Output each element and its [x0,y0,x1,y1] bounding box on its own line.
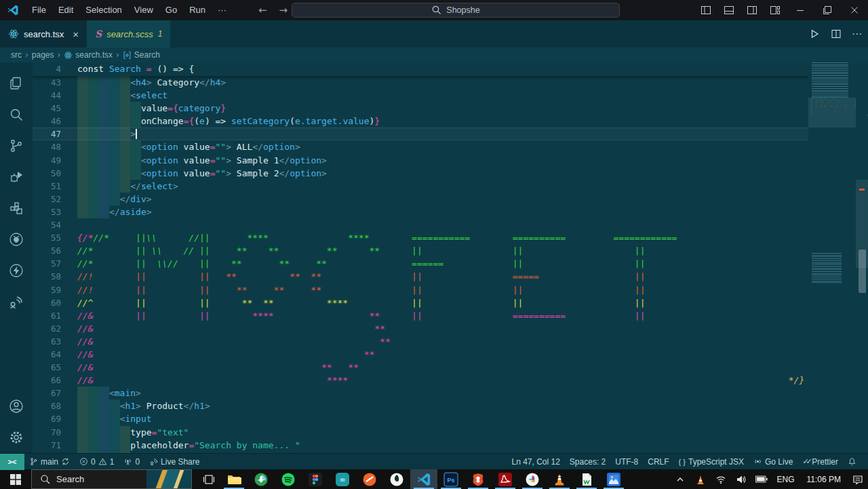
menu-[interactable]: ··· [212,0,233,20]
breadcrumb: src › pages › search.tsx › Search [0,47,868,62]
github-icon[interactable] [0,224,33,255]
notifications-bell-icon[interactable] [843,454,861,470]
live-share-icon[interactable] [0,286,33,317]
tray-battery-icon[interactable] [751,469,772,489]
split-editor-icon[interactable] [831,28,842,39]
indentation-status[interactable]: Spaces: 2 [565,454,610,470]
taskbar-app-orange-circle-app[interactable] [356,469,383,489]
line-number: 52 [33,193,76,206]
taskbar-app-vscode[interactable] [410,469,437,489]
tab-close-icon[interactable]: × [73,28,79,40]
code-line: 71 placeholder="Search by name... " [33,439,868,452]
search-highlight-image[interactable] [146,470,191,488]
ascii-art-line: //& **** */} [76,374,804,387]
taskbar-app-idm[interactable] [248,469,275,489]
breadcrumb-file[interactable]: search.tsx [64,50,113,60]
prettier-status[interactable]: ✓✓ Prettier [797,454,843,470]
menu-file[interactable]: File [26,0,52,20]
tray-volume-icon[interactable] [731,469,751,489]
minimap-slider[interactable] [808,98,856,128]
settings-icon[interactable] [0,422,33,453]
start-button[interactable] [0,469,31,489]
taskbar-app-figma[interactable] [302,469,329,489]
tab-modified-badge: 1 [158,29,163,39]
breadcrumb-src[interactable]: src [11,50,22,60]
taskbar-app-slack[interactable] [519,469,546,489]
minimap-code-texture [812,62,848,98]
task-view-button[interactable] [197,469,220,489]
taskbar-app-file-explorer[interactable] [220,469,248,489]
taskbar-app-photoshop[interactable]: Ps [437,469,465,489]
tab-search-tsx[interactable]: search.tsx × [0,20,87,47]
code-line: 69 <input [33,412,868,425]
taskbar-app-leaf-app[interactable] [383,469,410,489]
explorer-icon[interactable] [0,68,33,99]
extensions-icon[interactable] [0,193,33,224]
go-live-status[interactable]: Go Live [749,454,797,470]
menu-view[interactable]: View [128,0,159,20]
nav-back-icon[interactable]: ← [258,4,267,16]
ascii-art-line: //* || \\// || ** ** ** ====== || || [76,257,645,270]
minimap[interactable]: {/*//* ||\\ //|| **** **** =========== =… [808,62,868,453]
eol-status[interactable]: CRLF [643,454,673,470]
tray-chevron-icon[interactable] [670,469,690,489]
run-debug-icon[interactable] [0,161,33,193]
branch-status[interactable]: main [24,454,75,470]
tab-search-scss[interactable]: S search.scss 1 [87,20,170,47]
minimize-button[interactable] [787,0,814,20]
tray-vlc-icon[interactable] [690,469,711,489]
customize-layout-icon[interactable] [764,0,787,20]
language-mode-status[interactable]: { }TypeScript JSX [674,454,749,470]
scrollbar-thumb[interactable] [859,250,866,293]
taskbar-search-input[interactable]: Search [31,469,192,489]
menu-edit[interactable]: Edit [52,0,79,20]
tray-clock[interactable]: 11:06 PM [800,475,848,484]
taskbar-app-brave[interactable] [465,469,492,489]
line-number: 69 [33,412,76,425]
taskbar-app-acrobat[interactable] [492,469,519,489]
encoding-status[interactable]: UTF-8 [610,454,643,470]
search-icon[interactable] [0,99,33,130]
line-number: 62 [33,322,76,335]
toggle-panel-icon[interactable] [717,0,741,20]
code-text: > [76,128,136,140]
taskbar-app-infinity-app[interactable]: ∞ [329,469,356,489]
line-number: 53 [33,206,76,218]
cursor-position-status[interactable]: Ln 47, Col 12 [507,454,564,470]
command-center-search[interactable]: Shopshe [292,3,620,18]
run-file-icon[interactable] [809,28,820,39]
toggle-sidebar-icon[interactable] [694,0,717,20]
react-icon [8,28,19,39]
nav-forward-icon[interactable]: → [279,4,288,16]
taskbar-app-wps-office[interactable] [573,469,600,489]
live-share-status[interactable]: Live Share [144,454,204,470]
remote-indicator[interactable]: >< [0,454,24,470]
status-bar: >< main010Live Share Ln 47, Col 12Spaces… [0,453,868,469]
taskbar-app-photos[interactable] [600,469,627,489]
tab-label: search.scss [106,29,153,39]
more-actions-icon[interactable]: ··· [852,29,863,39]
restore-button[interactable] [814,0,841,20]
workspace-title: Shopshe [446,5,479,15]
taskbar-app-spotify[interactable] [275,469,302,489]
line-number: 46 [33,115,76,128]
action-center-icon[interactable] [848,469,868,489]
account-icon[interactable] [0,391,33,422]
taskbar-app-vlc[interactable] [546,469,573,489]
liveshare-contacts-status[interactable]: 0 [119,454,144,470]
menu-selection[interactable]: Selection [79,0,127,20]
close-button[interactable] [841,0,868,20]
breadcrumb-symbol[interactable]: Search [123,50,160,60]
problems-status[interactable]: 01 [75,454,119,470]
line-number: 71 [33,439,76,452]
code-editor[interactable]: 4const Search = () => { 43 <h4> Category… [33,62,868,453]
menu-run[interactable]: Run [183,0,212,20]
toggle-secondary-sidebar-icon[interactable] [741,0,764,20]
tray-language[interactable]: ENG [772,475,800,484]
thunder-client-icon[interactable] [0,255,33,286]
source-control-icon[interactable] [0,130,33,161]
tray-wifi-icon[interactable] [711,469,731,489]
breadcrumb-pages[interactable]: pages [32,50,54,60]
code-text: <input [76,412,152,425]
menu-go[interactable]: Go [159,0,183,20]
